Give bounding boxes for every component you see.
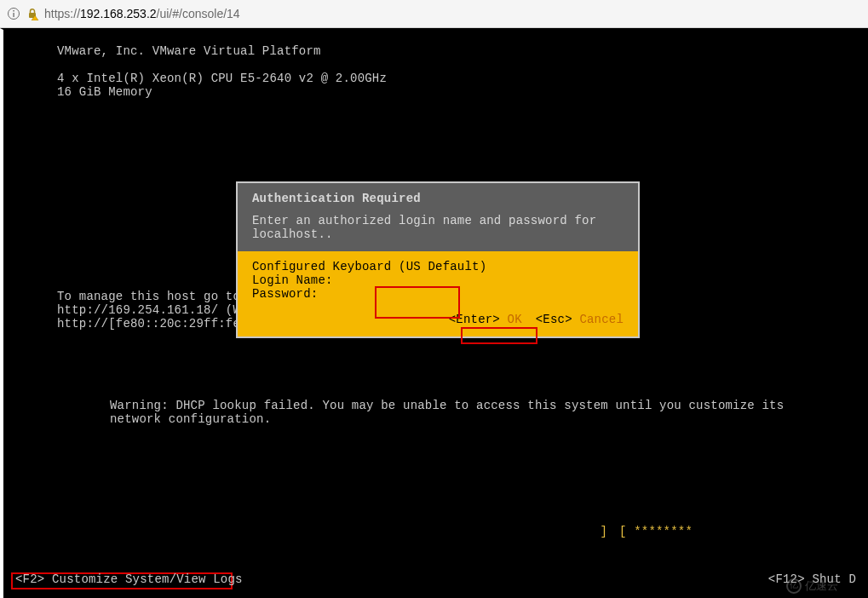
password-bracket-close: ] — [598, 525, 609, 538]
esxi-console: VMware, Inc. VMware Virtual Platform 4 x… — [0, 28, 868, 598]
svg-rect-1 — [13, 13, 14, 17]
password-label: Password: — [252, 287, 318, 301]
auth-dialog: Authentication Required Enter an authori… — [236, 181, 640, 338]
password-input[interactable]: [ ******** — [618, 525, 848, 538]
login-bracket-close: ] — [601, 511, 609, 525]
cpu-line: 4 x Intel(R) Xeon(R) CPU E5-2640 v2 @ 2.… — [57, 72, 387, 85]
manage-line1: To manage this host go to: — [57, 290, 248, 303]
watermark-logo-icon: 亿 — [786, 578, 802, 594]
dialog-title: Authentication Required — [252, 192, 624, 205]
vendor-line: VMware, Inc. VMware Virtual Platform — [57, 44, 321, 58]
cancel-button[interactable]: <Esc> Cancel — [536, 313, 624, 326]
login-input[interactable]: [ root — [618, 511, 848, 525]
watermark-text: 亿速云 — [805, 579, 839, 593]
keyboard-config-line: Configured Keyboard (US Default) — [252, 260, 624, 273]
memory-line: 16 GiB Memory — [57, 85, 152, 99]
browser-address-bar: https://192.168.253.2/ui/#/console/14 — [0, 0, 868, 28]
url-text[interactable]: https://192.168.253.2/ui/#/console/14 — [44, 7, 240, 20]
login-row: Login Name: — [252, 273, 624, 287]
watermark: 亿 亿速云 — [786, 576, 861, 596]
ok-button[interactable]: <Enter> OK — [449, 313, 522, 326]
password-row: Password: — [252, 287, 624, 301]
svg-rect-2 — [13, 10, 14, 12]
warning-line1: Warning: DHCP lookup failed. You may be … — [110, 399, 784, 412]
dialog-description: Enter an authorized login name and passw… — [252, 214, 624, 241]
manage-line2: http://169.254.161.18/ (Wa — [57, 303, 248, 317]
footer-f2[interactable]: <F2> Customize System/View Logs — [15, 572, 243, 586]
info-icon[interactable] — [7, 7, 20, 20]
warning-line2: network configuration. — [110, 412, 271, 426]
manage-line3: http://[fe80::20c:29ff:fe5 — [57, 317, 248, 331]
login-label: Login Name: — [252, 273, 333, 287]
lock-warning-icon[interactable] — [26, 7, 39, 20]
